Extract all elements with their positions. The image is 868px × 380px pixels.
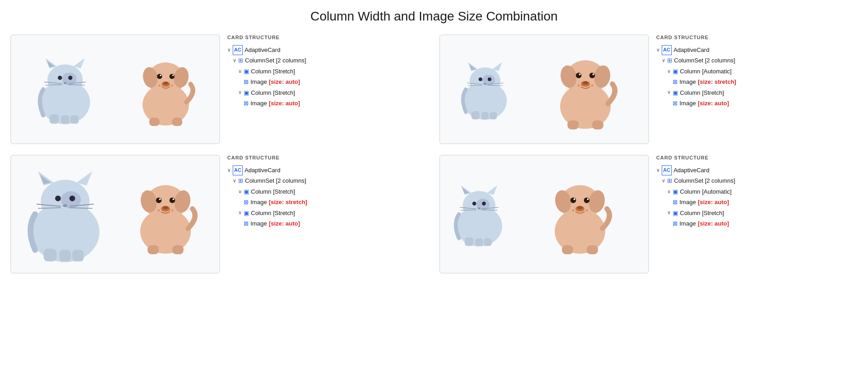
br-node-1: ∨ AC AdaptiveCard — [656, 165, 858, 175]
card-preview-bottom-right — [439, 155, 649, 273]
images-top-right — [440, 35, 648, 144]
chevron-3: ∨ — [238, 67, 242, 76]
col2-top-right — [528, 41, 643, 138]
columnset-icon-1: ⊞ — [238, 55, 243, 66]
tr-node-4: ⊠ Image [size: stretch] — [656, 77, 858, 87]
tree-node-5: ∨ ▣ Column [Stretch] — [227, 87, 429, 98]
images-top-left — [11, 35, 220, 144]
cell-top-right: CARD STRUCTURE ∨ AC AdaptiveCard ∨ ⊞ Col… — [439, 35, 858, 144]
br-node-3: ∨ ▣ Column [Automatic] — [656, 186, 858, 197]
page-title: Column Width and Image Size Combination — [9, 9, 859, 24]
col2-top-left — [117, 41, 214, 138]
label-5: Column [Stretch] — [251, 87, 295, 98]
main-grid: CARD STRUCTURE ∨ AC AdaptiveCard ∨ ⊞ Col… — [10, 35, 858, 273]
tr-node-6: ⊠ Image [size: auto] — [656, 98, 858, 108]
cell-top-left: CARD STRUCTURE ∨ AC AdaptiveCard ∨ ⊞ Col… — [10, 35, 429, 144]
chevron-5: ∨ — [238, 88, 242, 97]
tree-top-left: ∨ AC AdaptiveCard ∨ ⊞ ColumnSet [2 colum… — [227, 45, 429, 108]
structure-label-top-right: CARD STRUCTURE — [656, 35, 858, 40]
card-preview-bottom-left — [10, 155, 220, 273]
col1-top-right — [445, 41, 525, 138]
col1-bottom-left — [16, 161, 113, 267]
tr-node-2: ∨ ⊞ ColumnSet [2 columns] — [656, 55, 858, 66]
red-1: [size: auto] — [269, 77, 300, 87]
label-6: Image — [250, 98, 267, 108]
structure-label-top-left: CARD STRUCTURE — [227, 35, 429, 40]
tree-node-6: ⊠ Image [size: auto] — [227, 98, 429, 108]
structure-label-bottom-left: CARD STRUCTURE — [227, 155, 429, 160]
card-preview-top-left — [10, 35, 220, 144]
structure-panel-bottom-left: CARD STRUCTURE ∨ AC AdaptiveCard ∨ ⊞ Col… — [227, 155, 429, 229]
br-node-4: ⊠ Image [size: auto] — [656, 197, 858, 207]
tr-node-3: ∨ ▣ Column [Automatic] — [656, 66, 858, 77]
col-icon-1: ▣ — [244, 66, 249, 77]
bl-node-5: ∨ ▣ Column [Stretch] — [227, 208, 429, 218]
structure-label-bottom-right: CARD STRUCTURE — [656, 155, 858, 160]
images-bottom-right — [440, 155, 648, 273]
img-icon-2: ⊠ — [244, 98, 249, 108]
col1-top-left — [16, 41, 113, 138]
bl-node-3: ∨ ▣ Column [Stretch] — [227, 186, 429, 197]
br-node-6: ⊠ Image [size: auto] — [656, 218, 858, 229]
cell-bottom-right: CARD STRUCTURE ∨ AC AdaptiveCard ∨ ⊞ Col… — [439, 155, 858, 273]
tr-node-5: ∨ ▣ Column [Stretch] — [656, 87, 858, 98]
tree-bottom-right: ∨ AC AdaptiveCard ∨ ⊞ ColumnSet [2 colum… — [656, 165, 858, 229]
chevron-1: ∨ — [227, 46, 231, 55]
tree-node-4: ⊠ Image [size: auto] — [227, 77, 429, 87]
cell-bottom-left: CARD STRUCTURE ∨ AC AdaptiveCard ∨ ⊞ Col… — [10, 155, 429, 273]
tr-node-1: ∨ AC AdaptiveCard — [656, 45, 858, 55]
card-preview-top-right — [439, 35, 649, 144]
red-2: [size: auto] — [269, 98, 300, 108]
br-node-5: ∨ ▣ Column [Stretch] — [656, 208, 858, 218]
tree-node-3: ∨ ▣ Column [Stretch] — [227, 66, 429, 77]
chevron-2: ∨ — [233, 56, 236, 65]
label-3: Column [Stretch] — [251, 66, 295, 77]
bl-node-1: ∨ AC AdaptiveCard — [227, 165, 429, 175]
structure-panel-bottom-right: CARD STRUCTURE ∨ AC AdaptiveCard ∨ ⊞ Col… — [656, 155, 858, 229]
structure-panel-top-right: CARD STRUCTURE ∨ AC AdaptiveCard ∨ ⊞ Col… — [656, 35, 858, 108]
tree-top-right: ∨ AC AdaptiveCard ∨ ⊞ ColumnSet [2 colum… — [656, 45, 858, 108]
label-2: ColumnSet [2 columns] — [245, 55, 306, 66]
label-4: Image — [250, 77, 267, 87]
bl-node-4: ⊠ Image [size: stretch] — [227, 197, 429, 207]
label-1: AdaptiveCard — [245, 45, 281, 55]
tree-bottom-left: ∨ AC AdaptiveCard ∨ ⊞ ColumnSet [2 colum… — [227, 165, 429, 229]
col2-bottom-right — [516, 161, 643, 267]
tree-node-2: ∨ ⊞ ColumnSet [2 columns] — [227, 55, 429, 66]
ac-icon-1: AC — [233, 45, 243, 55]
bl-node-6: ⊠ Image [size: auto] — [227, 218, 429, 229]
bl-node-2: ∨ ⊞ ColumnSet [2 columns] — [227, 175, 429, 186]
col2-bottom-left — [117, 161, 214, 267]
br-node-2: ∨ ⊞ ColumnSet [2 columns] — [656, 175, 858, 186]
img-icon-1: ⊠ — [244, 77, 249, 87]
col1-bottom-right — [445, 161, 513, 267]
structure-panel-top-left: CARD STRUCTURE ∨ AC AdaptiveCard ∨ ⊞ Col… — [227, 35, 429, 108]
images-bottom-left — [11, 155, 220, 273]
tree-node-1: ∨ AC AdaptiveCard — [227, 45, 429, 55]
col-icon-2: ▣ — [244, 87, 249, 98]
